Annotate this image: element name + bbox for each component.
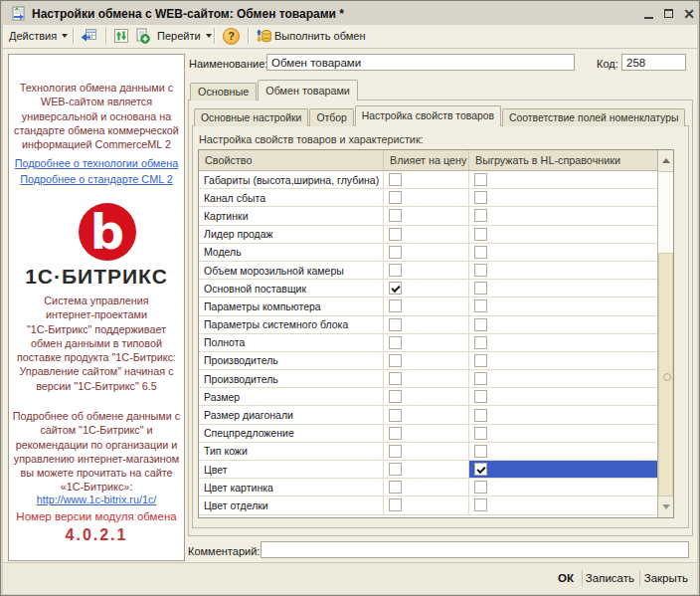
tab-goods-exchange[interactable]: Обмен товарами: [258, 80, 358, 100]
toolbar-separator: [248, 28, 250, 44]
table-row[interactable]: Цвет картинка: [199, 479, 657, 497]
link-cml-anchor[interactable]: Подробнее о стандарте CML 2: [20, 173, 173, 185]
actions-menu-button[interactable]: Действия: [9, 25, 68, 47]
table-row[interactable]: Размер: [199, 388, 657, 406]
affects-price-checkbox[interactable]: [389, 409, 402, 422]
help-icon: ?: [223, 28, 240, 45]
affects-price-checkbox[interactable]: [389, 299, 402, 312]
tab-filter[interactable]: Отбор: [309, 108, 353, 126]
export-hl-checkbox[interactable]: [474, 481, 487, 494]
table-row[interactable]: Спецпредложение: [199, 425, 657, 443]
affects-price-checkbox[interactable]: [389, 463, 402, 476]
export-hl-checkbox[interactable]: [474, 246, 487, 259]
table-row[interactable]: Цвет отделки: [199, 497, 657, 514]
help-button[interactable]: ?: [223, 25, 240, 47]
table-header: Свойство Влияет на цену Выгружать в HL-с…: [199, 150, 673, 171]
run-exchange-button[interactable]: Выполнить обмен: [256, 25, 365, 47]
table-row[interactable]: Канал сбыта: [199, 189, 657, 207]
minimize-button[interactable]: [641, 6, 657, 22]
table-row[interactable]: Модель: [199, 244, 657, 262]
affects-price-checkbox[interactable]: [389, 209, 402, 222]
export-hl-checkbox[interactable]: [474, 336, 487, 349]
export-hl-checkbox[interactable]: [474, 209, 487, 222]
export-hl-checkbox[interactable]: [474, 409, 487, 422]
table-row[interactable]: Картинки: [199, 207, 657, 225]
link-technology-anchor[interactable]: Подробнее о технологии обмена: [15, 157, 179, 169]
export-hl-checkbox[interactable]: [474, 264, 487, 277]
affects-price-checkbox[interactable]: [389, 282, 402, 295]
table-row[interactable]: Цвет: [199, 461, 657, 479]
table-row[interactable]: Полнота: [199, 334, 657, 352]
column-header-export-hl[interactable]: Выгружать в HL-справочники: [469, 150, 657, 170]
export-hl-checkbox[interactable]: [474, 318, 487, 331]
affects-price-checkbox[interactable]: [389, 498, 402, 511]
affects-price-checkbox[interactable]: [389, 372, 402, 385]
affects-price-checkbox[interactable]: [389, 427, 402, 440]
title-bar[interactable]: Настройки обмена с WEB-сайтом: Обмен тов…: [2, 2, 698, 25]
export-hl-checkbox[interactable]: [474, 191, 487, 204]
export-hl-checkbox[interactable]: [474, 390, 487, 403]
tab-main[interactable]: Основные: [190, 83, 257, 100]
link-technology[interactable]: Подробнее о технологии обмена: [10, 157, 183, 169]
close-form-button[interactable]: Закрыть: [634, 570, 698, 587]
table-row[interactable]: Лидер продаж: [199, 226, 657, 244]
code-input[interactable]: 258: [621, 54, 686, 71]
table-row[interactable]: Параметры компьютера: [199, 298, 657, 315]
affects-price-checkbox[interactable]: [389, 191, 402, 204]
affects-price-checkbox[interactable]: [389, 336, 402, 349]
column-header-affects-price[interactable]: Влияет на цену: [384, 150, 469, 170]
triangle-down-icon: [662, 504, 670, 509]
comment-input[interactable]: [261, 541, 689, 558]
close-button[interactable]: ✕: [681, 6, 697, 22]
link-bitrix-anchor[interactable]: http://www.1c-bitrix.ru/1c/: [37, 494, 157, 505]
copy-button[interactable]: [134, 25, 150, 47]
scroll-up-button[interactable]: [658, 150, 673, 172]
export-hl-checkbox[interactable]: [474, 498, 487, 511]
affects-price-checkbox[interactable]: [389, 173, 402, 186]
column-header-property[interactable]: Свойство: [199, 150, 384, 170]
table-row[interactable]: Габариты (высота,ширина, глубина): [199, 171, 657, 189]
table-row[interactable]: Тип кожи: [199, 443, 657, 461]
table-row[interactable]: Объем морозильной камеры: [199, 262, 657, 280]
affects-price-checkbox[interactable]: [389, 445, 402, 458]
export-hl-checkbox[interactable]: [474, 282, 487, 295]
export-hl-checkbox[interactable]: [474, 354, 487, 367]
tab-nomenclature-fields[interactable]: Соответствие полей номенклатуры: [502, 108, 685, 126]
export-hl-checkbox[interactable]: [474, 427, 487, 440]
affects-price-checkbox[interactable]: [389, 481, 402, 494]
tab-product-properties[interactable]: Настройка свойств товаров: [355, 105, 501, 126]
property-name: Картинки: [204, 210, 249, 222]
table-row[interactable]: Производитель: [199, 370, 657, 388]
affects-price-checkbox[interactable]: [389, 264, 402, 277]
triangle-up-icon: [662, 158, 670, 163]
sidebar-paragraph-technology: Технология обмена данными с WEB-сайтом я…: [10, 81, 183, 151]
export-hl-checkbox[interactable]: [474, 463, 487, 476]
link-cml-standard[interactable]: Подробнее о стандарте CML 2: [10, 173, 183, 185]
reread-button[interactable]: [81, 25, 96, 47]
export-hl-checkbox[interactable]: [474, 228, 487, 241]
export-hl-checkbox[interactable]: [474, 372, 487, 385]
goto-menu-button[interactable]: Перейти: [157, 25, 212, 47]
scroll-down-button[interactable]: [658, 496, 673, 517]
affects-price-checkbox[interactable]: [389, 228, 402, 241]
property-name: Цвет отделки: [204, 499, 268, 511]
table-row[interactable]: Размер диагонали: [199, 406, 657, 424]
export-hl-checkbox[interactable]: [474, 299, 487, 312]
table-row[interactable]: Основной поставщик: [199, 280, 657, 298]
export-hl-checkbox[interactable]: [474, 173, 487, 186]
table-row[interactable]: Параметры системного блока: [199, 316, 657, 334]
vertical-scrollbar[interactable]: [657, 150, 673, 517]
name-input[interactable]: Обмен товарами: [266, 54, 575, 71]
export-hl-checkbox[interactable]: [474, 445, 487, 458]
affects-price-checkbox[interactable]: [389, 246, 402, 259]
tab-basic-settings[interactable]: Основные настройки: [194, 108, 308, 126]
table-row[interactable]: Производитель: [199, 352, 657, 370]
refresh-button[interactable]: [113, 25, 129, 47]
affects-price-checkbox[interactable]: [389, 354, 402, 367]
link-bitrix-site[interactable]: http://www.1c-bitrix.ru/1c/: [10, 494, 183, 505]
scrollbar-thumb[interactable]: [658, 253, 673, 497]
table-body: Габариты (высота,ширина, глубина) Канал …: [199, 171, 657, 515]
maximize-button[interactable]: [661, 6, 677, 22]
affects-price-checkbox[interactable]: [389, 318, 402, 331]
affects-price-checkbox[interactable]: [389, 390, 402, 403]
